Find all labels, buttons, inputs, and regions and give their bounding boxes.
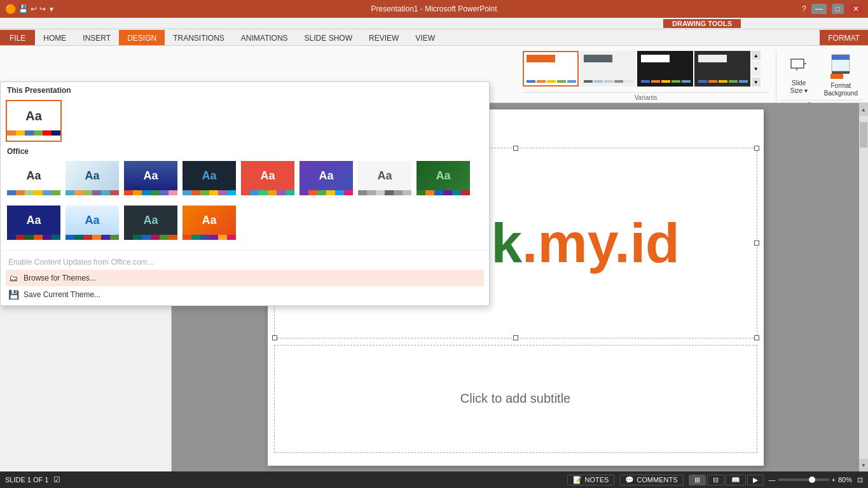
format-background-button[interactable]: FormatBackground xyxy=(819,51,863,100)
comments-icon: 💬 xyxy=(625,476,634,484)
reading-view-btn[interactable]: 📖 xyxy=(726,475,746,485)
variant-scroll-down[interactable]: ▼ xyxy=(752,78,761,87)
close-btn[interactable]: ✕ xyxy=(849,4,863,14)
theme-ion[interactable]: Aa xyxy=(181,160,237,202)
quick-access-more[interactable]: ▼ xyxy=(48,6,55,13)
svg-rect-5 xyxy=(832,71,850,74)
handle-bottom-left[interactable] xyxy=(272,335,277,340)
normal-view-btn[interactable]: ⊞ xyxy=(689,475,706,485)
variant-3[interactable] xyxy=(637,51,693,87)
zoom-out-btn[interactable]: — xyxy=(769,476,776,484)
fit-slide-btn[interactable]: ⊡ xyxy=(857,476,863,484)
theme-retrospect-aa: Aa xyxy=(260,169,275,183)
svg-rect-6 xyxy=(830,74,843,79)
theme-blank[interactable]: Aa xyxy=(357,160,413,202)
theme-this-pres[interactable]: Aa xyxy=(6,100,62,142)
svg-rect-0 xyxy=(791,59,804,68)
theme-facet-aa: Aa xyxy=(85,169,99,183)
theme-circuit-aa: Aa xyxy=(202,214,216,227)
status-right: 📝 NOTES 💬 COMMENTS ⊞ ⊟ 📖 ▶ — + 80% ⊡ xyxy=(567,475,863,485)
notes-icon: 📝 xyxy=(573,476,582,484)
themes-this-presentation-label: This Presentation xyxy=(1,82,489,99)
variants-scrollbar[interactable]: ▲ ▼ ▼ xyxy=(752,51,761,87)
enable-updates-label: Enable Content Updates from Office.com..… xyxy=(8,258,154,267)
scroll-thumb[interactable] xyxy=(860,122,867,148)
office-themes-grid: Aa Aa Aa xyxy=(1,158,489,249)
browse-icon: 🗂 xyxy=(8,273,18,283)
this-presentation-grid: Aa xyxy=(1,99,489,144)
theme-integral[interactable]: Aa xyxy=(123,160,179,202)
handle-top-right[interactable] xyxy=(754,146,759,151)
theme-aa-label: Aa xyxy=(25,109,42,123)
zoom-thumb[interactable] xyxy=(809,477,815,483)
browse-themes-label: Browse for Themes... xyxy=(24,274,96,282)
theme-parallax[interactable]: Aa xyxy=(123,204,179,246)
theme-gallery[interactable]: Aa xyxy=(6,204,62,246)
tab-review[interactable]: REVIEW xyxy=(361,30,407,45)
quick-access-undo[interactable]: ↩ xyxy=(31,4,37,13)
handle-bottom-right[interactable] xyxy=(754,335,759,340)
theme-office[interactable]: Aa xyxy=(6,160,62,202)
variant-scroll-more[interactable]: ▼ xyxy=(752,61,761,76)
theme-slice[interactable]: Aa xyxy=(298,160,354,202)
tab-design[interactable]: DESIGN xyxy=(119,30,165,45)
themes-dropdown: This Presentation Aa Office xyxy=(0,81,490,306)
theme-integral-aa: Aa xyxy=(143,169,158,183)
quick-access-redo[interactable]: ↪ xyxy=(39,4,46,13)
handle-right-center[interactable] xyxy=(754,241,759,246)
right-scrollbar[interactable]: ▲ ▼ xyxy=(859,103,868,471)
quick-access-save[interactable]: 💾 xyxy=(18,4,28,13)
ribbon-right: ▲ ▼ ▼ Variants xyxy=(519,48,865,102)
theme-organic[interactable]: Aa xyxy=(415,160,471,202)
theme-slice-aa: Aa xyxy=(319,169,333,183)
theme-office-aa: Aa xyxy=(26,169,41,183)
tab-format[interactable]: FORMAT xyxy=(820,30,868,45)
theme-facet[interactable]: Aa xyxy=(64,160,120,202)
tab-insert[interactable]: INSERT xyxy=(74,30,119,45)
tab-animations[interactable]: ANIMATIONS xyxy=(233,30,296,45)
slide-sorter-btn[interactable]: ⊟ xyxy=(707,475,724,485)
ribbon-divider xyxy=(776,51,776,102)
theme-retrospect[interactable]: Aa xyxy=(240,160,296,202)
tab-home[interactable]: HOME xyxy=(35,30,74,45)
theme-droplet[interactable]: Aa xyxy=(64,204,120,246)
tab-transitions[interactable]: TRANSITIONS xyxy=(165,30,233,45)
comments-button[interactable]: 💬 COMMENTS xyxy=(619,475,683,485)
format-background-label: FormatBackground xyxy=(824,82,858,97)
themes-divider xyxy=(1,250,489,251)
minimize-btn[interactable]: — xyxy=(811,4,827,14)
variants-section: ▲ ▼ ▼ Variants xyxy=(519,48,773,102)
zoom-slider[interactable] xyxy=(778,478,829,481)
slideshow-btn[interactable]: ▶ xyxy=(747,475,764,485)
help-icon[interactable]: ? xyxy=(802,4,806,13)
theme-gallery-aa: Aa xyxy=(26,214,41,227)
save-theme-link[interactable]: 💾 Save Current Theme... xyxy=(6,286,484,303)
variant-4[interactable] xyxy=(694,51,750,87)
title-text-orange: .my.id xyxy=(522,211,680,274)
slide-size-button[interactable]: SlideSize ▾ xyxy=(782,53,816,97)
title-bar: 🟠 💾 ↩ ↪ ▼ Presentation1 - Microsoft Powe… xyxy=(0,0,868,18)
zoom-in-btn[interactable]: + xyxy=(832,476,836,484)
slide-subtitle-text: Click to add subtitle xyxy=(460,391,570,406)
browse-themes-link[interactable]: 🗂 Browse for Themes... xyxy=(6,270,484,286)
scroll-up-btn[interactable]: ▲ xyxy=(859,103,868,116)
handle-bottom-center[interactable] xyxy=(513,335,518,340)
notes-button[interactable]: 📝 NOTES xyxy=(567,475,614,485)
handle-top-center[interactable] xyxy=(513,146,518,151)
variant-1[interactable] xyxy=(523,51,579,87)
format-background-icon xyxy=(830,53,851,81)
zoom-level: 80% xyxy=(838,476,852,484)
theme-circuit[interactable]: Aa xyxy=(181,204,237,246)
slide-info: SLIDE 1 OF 1 xyxy=(5,476,48,484)
tab-view[interactable]: VIEW xyxy=(407,30,443,45)
maximize-btn[interactable]: □ xyxy=(832,4,844,14)
theme-droplet-aa: Aa xyxy=(85,214,99,227)
variant-2[interactable] xyxy=(580,51,636,87)
svg-rect-4 xyxy=(832,55,850,60)
scroll-down-btn[interactable]: ▼ xyxy=(859,459,868,471)
tab-file[interactable]: FILE xyxy=(0,30,35,45)
enable-updates-link: Enable Content Updates from Office.com..… xyxy=(6,254,484,270)
tab-slideshow[interactable]: SLIDE SHOW xyxy=(296,30,361,45)
variant-scroll-up[interactable]: ▲ xyxy=(752,51,761,60)
subtitle-textbox[interactable]: Click to add subtitle xyxy=(274,345,757,453)
